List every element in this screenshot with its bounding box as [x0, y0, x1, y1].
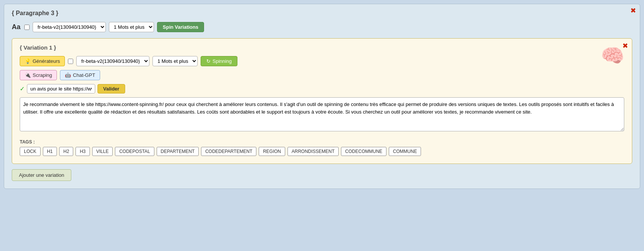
tag-btn-codecommune[interactable]: CODECOMMUNE [341, 147, 386, 156]
tools-row: 🔌 Scraping 🤖 Chat-GPT [20, 70, 624, 80]
spin-variations-button[interactable]: Spin Variations [157, 22, 204, 32]
chatgpt-label: Chat-GPT [73, 72, 95, 78]
outer-close-button[interactable]: ✖ [630, 7, 636, 14]
valider-button[interactable]: Valider [97, 84, 125, 94]
generateurs-button[interactable]: 💡 Générateurs [20, 56, 65, 66]
tag-btn-codedepartement[interactable]: CODEDEPARTEMENT [201, 147, 256, 156]
generateurs-label: Générateurs [33, 58, 60, 64]
toolbar-checkbox[interactable] [24, 25, 30, 30]
tag-btn-arrondissement[interactable]: ARRONDISSEMENT [287, 147, 339, 156]
toolbar-model-select[interactable]: fr-beta-v2(130940/130940) [33, 22, 106, 32]
scraping-button[interactable]: 🔌 Scraping [20, 70, 57, 80]
outer-panel: ✖ { Paragraphe 3 } Aa fr-beta-v2(130940/… [4, 4, 640, 189]
tag-btn-lock[interactable]: LOCK [20, 147, 41, 156]
brain-icon: 🧠 [601, 46, 624, 65]
validate-input[interactable] [27, 84, 95, 94]
tag-btn-commune[interactable]: COMMUNE [389, 147, 421, 156]
variation-model-checkbox[interactable] [68, 59, 73, 64]
spinning-label: Spinning [212, 58, 232, 64]
tag-btn-departement[interactable]: DEPARTEMENT [157, 147, 199, 156]
spinning-button[interactable]: ↻ Spinning [201, 56, 237, 66]
tag-btn-h2[interactable]: H2 [59, 147, 73, 156]
tag-btn-h3[interactable]: H3 [75, 147, 90, 156]
add-variation-button[interactable]: Ajouter une variation [12, 169, 71, 181]
validate-row: ✓ Valider [20, 84, 624, 94]
tag-btn-h1[interactable]: H1 [43, 147, 57, 156]
variation-panel-title: { Variation 1 } [20, 44, 624, 51]
variation-words-select[interactable]: 1 Mots et plus [152, 56, 198, 66]
refresh-icon: ↻ [206, 58, 210, 64]
variation-panel: ✖ { Variation 1 } 🧠 💡 Générateurs fr-bet… [12, 38, 632, 164]
variation-toolbar: 💡 Générateurs fr-beta-v2(130940/130940) … [20, 56, 624, 66]
content-textarea[interactable]: Je recommande vivement le site https://w… [20, 97, 624, 131]
tags-row: LOCKH1H2H3VILLECODEPOSTALDEPARTEMENTCODE… [20, 147, 624, 156]
chatgpt-icon: 🤖 [65, 72, 71, 78]
variation-model-select[interactable]: fr-beta-v2(130940/130940) [76, 56, 149, 66]
bulb-icon: 💡 [25, 58, 31, 64]
toolbar-row: Aa fr-beta-v2(130940/130940) 1 Mots et p… [12, 22, 632, 32]
tags-section: TAGS : LOCKH1H2H3VILLECODEPOSTALDEPARTEM… [20, 139, 624, 156]
toolbar-words-select[interactable]: 1 Mots et plus [109, 22, 154, 32]
tag-btn-ville[interactable]: VILLE [92, 147, 113, 156]
scraping-icon: 🔌 [25, 72, 31, 78]
tag-btn-codepostal[interactable]: CODEPOSTAL [115, 147, 154, 156]
tag-btn-region[interactable]: REGION [259, 147, 285, 156]
checkmark-icon: ✓ [20, 85, 25, 92]
outer-panel-title: { Paragraphe 3 } [12, 10, 632, 17]
scraping-label: Scraping [33, 72, 52, 78]
tags-label: TAGS : [20, 139, 624, 145]
chatgpt-button[interactable]: 🤖 Chat-GPT [60, 70, 100, 80]
aa-label: Aa [12, 23, 20, 31]
